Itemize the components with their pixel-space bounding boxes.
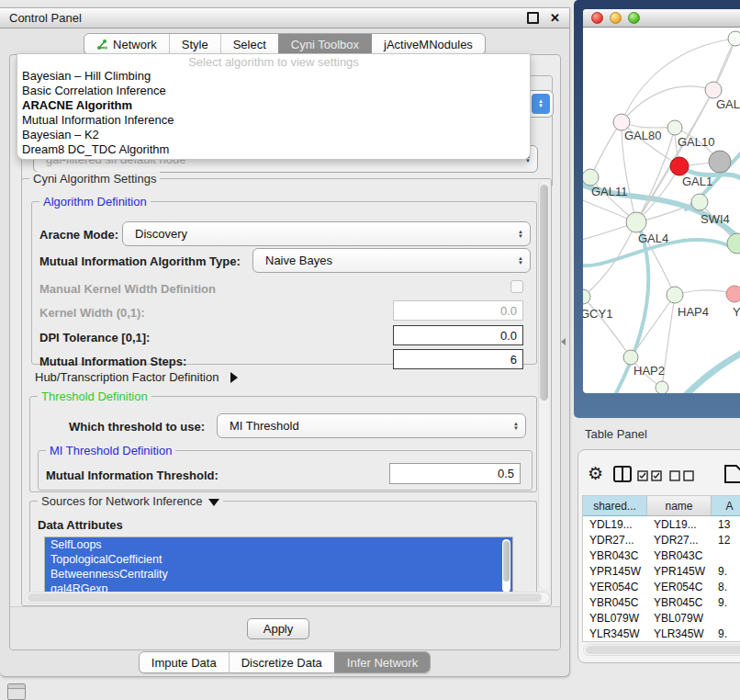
node-label: GAL80 — [624, 129, 661, 142]
tab-network[interactable]: Network — [84, 34, 169, 54]
apply-button[interactable]: Apply — [247, 618, 309, 639]
dropdown-option[interactable]: Bayesian – Hill Climbing — [17, 69, 530, 84]
settings-group-title: Cyni Algorithm Settings — [29, 172, 160, 186]
table-row[interactable]: YDR27... YDR27... 12 — [583, 532, 740, 548]
mi-steps-label: Mutual Information Steps: — [39, 355, 186, 368]
network-node[interactable] — [705, 82, 722, 98]
network-node-hap4[interactable] — [667, 287, 683, 303]
threshold-definition-groupbox: Threshold Definition Which threshold to … — [29, 396, 537, 492]
dropdown-option[interactable]: Dream8 DC_TDC Algorithm — [17, 142, 530, 157]
settings-vertical-scrollbar[interactable] — [538, 182, 549, 589]
algorithm-definition-groupbox: Algorithm Definition Aracne Mode: Discov… — [31, 201, 537, 365]
table-row[interactable]: YER054C YER054C 8. — [583, 579, 740, 594]
table-row[interactable]: YBL079W YBL079W — [583, 610, 740, 626]
dpi-tolerance-field[interactable]: 0.0 — [393, 325, 523, 345]
network-node-hap2[interactable] — [623, 350, 638, 365]
list-item[interactable]: SelfLoops — [45, 537, 512, 552]
node-label: GAL11 — [591, 185, 628, 198]
scrollbar-thumb[interactable] — [503, 541, 510, 581]
network-node-swi4[interactable] — [727, 233, 740, 254]
column-header-shared-name[interactable]: shared... — [583, 496, 647, 516]
scrollbar-thumb[interactable] — [586, 646, 740, 654]
mac-close-button[interactable] — [591, 12, 603, 24]
network-node-selected-red[interactable] — [670, 157, 689, 175]
combo-spinner-icon: ▲▼ — [511, 222, 530, 245]
mac-minimize-button[interactable] — [610, 12, 622, 24]
select-all-checks-icon[interactable] — [637, 470, 663, 481]
scrollbar-thumb[interactable] — [540, 185, 548, 401]
mi-threshold-label: Mutual Information Threshold: — [46, 469, 219, 482]
tab-select[interactable]: Select — [220, 34, 278, 54]
tab-impute-data[interactable]: Impute Data — [140, 652, 229, 672]
close-icon[interactable]: ✕ — [550, 12, 560, 24]
gear-icon[interactable]: ⚙ — [588, 465, 603, 482]
list-vertical-scrollbar[interactable] — [502, 539, 510, 593]
column-header[interactable]: A — [712, 496, 740, 516]
dropdown-option[interactable]: Basic Correlation Inference — [17, 84, 530, 98]
table-panel-title: Table Panel — [585, 427, 647, 441]
node-label: HAP2 — [633, 364, 665, 378]
collapse-down-icon — [208, 499, 219, 506]
sources-groupbox: Sources for Network Inference Data Attri… — [29, 501, 537, 604]
network-node-gal11[interactable] — [583, 169, 599, 186]
data-attributes-label: Data Attributes — [38, 518, 123, 532]
table-row[interactable]: YBR043C YBR043C — [583, 548, 740, 563]
network-node[interactable] — [656, 381, 668, 393]
node-table: shared... name A YDL19... YDL19... 13 YD… — [582, 495, 740, 642]
kernel-width-field[interactable]: 0.0 — [393, 300, 523, 321]
tab-discretize-data[interactable]: Discretize Data — [229, 652, 334, 672]
tab-infer-network[interactable]: Infer Network — [334, 652, 430, 672]
control-panel-tabbar: Network Style Select Cyni Toolbox jActiv… — [0, 33, 569, 55]
combo-spinner-icon: ▲▼ — [532, 94, 550, 114]
apply-row: Apply — [10, 606, 560, 649]
network-node-gal4[interactable] — [626, 212, 646, 232]
threshold-definition-title: Threshold Definition — [38, 390, 151, 403]
hub-definition-label: Hub/Transcription Factor Definition — [35, 370, 219, 384]
node-label: HAP4 — [678, 305, 709, 319]
columns-icon[interactable] — [613, 466, 632, 482]
tab-style[interactable]: Style — [169, 34, 220, 54]
tab-cyni-toolbox[interactable]: Cyni Toolbox — [278, 34, 371, 54]
sources-title[interactable]: Sources for Network Inference — [38, 494, 223, 508]
table-row[interactable]: YIL052C YIL052C 9. — [583, 641, 740, 642]
mi-steps-field[interactable]: 6 — [393, 349, 523, 369]
network-icon — [96, 39, 108, 51]
panel-splitter-handle[interactable] — [561, 338, 566, 345]
tab-jactivemnodules[interactable]: jActiveMNodules — [371, 34, 485, 54]
dropdown-option-selected[interactable]: ARACNE Algorithm — [17, 98, 530, 113]
network-node-gal1[interactable] — [691, 194, 708, 210]
table-row[interactable]: YDL19... YDL19... 13 — [583, 516, 740, 532]
dropdown-option[interactable]: Mutual Information Inference — [17, 113, 530, 128]
network-node-gal10[interactable] — [667, 120, 682, 135]
mi-type-combo[interactable]: Naive Bayes ▲▼ — [252, 248, 531, 273]
node-label: SWI4 — [701, 212, 730, 226]
network-canvas[interactable]: GAL GAL80 GAL10 GAL1 GAL11 SWI4 GAL4 GCY… — [583, 28, 740, 393]
node-label: GAL1 — [682, 175, 712, 188]
network-node-pink[interactable] — [726, 286, 740, 302]
cyni-bottom-tabbar: Impute Data Discretize Data Infer Networ… — [0, 651, 569, 673]
mi-threshold-field[interactable]: 0.5 — [389, 463, 521, 484]
column-header-name[interactable]: name — [647, 496, 712, 516]
table-row[interactable]: YPR145W YPR145W 9. — [583, 563, 740, 579]
scrollbar-thumb[interactable] — [28, 593, 542, 602]
hub-definition-expander[interactable]: Hub/Transcription Factor Definition — [35, 368, 238, 385]
table-row[interactable]: YBR045C YBR045C 9. — [583, 594, 740, 610]
expand-right-icon — [230, 372, 238, 383]
list-item[interactable]: TopologicalCoefficient — [45, 552, 512, 567]
control-panel-title: Control Panel — [9, 11, 82, 25]
deselect-all-checks-icon[interactable] — [669, 470, 695, 481]
list-item[interactable]: BetweennessCentrality — [45, 567, 512, 581]
network-node[interactable] — [728, 31, 740, 46]
network-node-gray[interactable] — [709, 151, 731, 173]
float-window-icon[interactable] — [527, 12, 539, 24]
table-row[interactable]: YLR345W YLR345W 9. — [583, 626, 740, 641]
dropdown-option[interactable]: Bayesian – K2 — [17, 128, 530, 142]
export-table-icon[interactable] — [723, 464, 740, 484]
mac-zoom-button[interactable] — [628, 12, 640, 24]
settings-horizontal-scrollbar[interactable] — [25, 592, 550, 604]
manual-kernel-checkbox[interactable] — [510, 280, 523, 293]
table-horizontal-scrollbar[interactable] — [583, 644, 740, 656]
minimized-panel-icon[interactable] — [7, 683, 26, 700]
aracne-mode-combo[interactable]: Discovery ▲▼ — [122, 221, 531, 246]
which-threshold-combo[interactable]: MI Threshold ▲▼ — [217, 413, 526, 438]
